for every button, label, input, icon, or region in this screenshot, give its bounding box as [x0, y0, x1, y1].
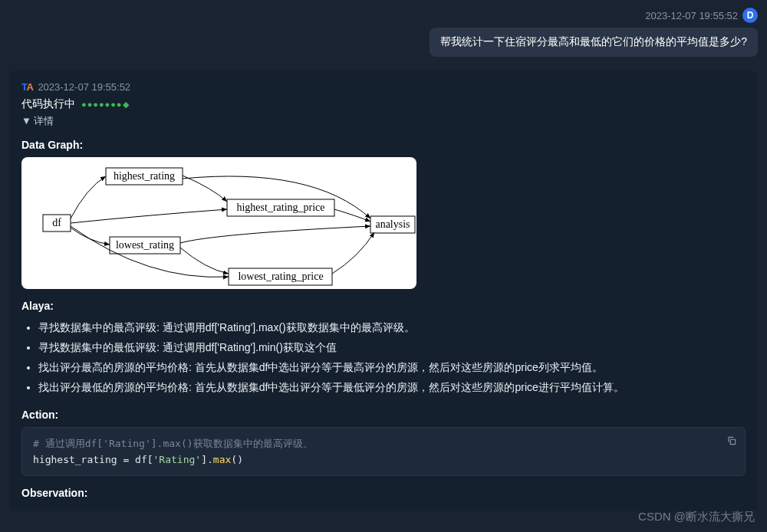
- user-message-area: 2023-12-07 19:55:52 D 帮我统计一下住宿评分最高和最低的它们…: [9, 8, 758, 57]
- copy-icon: [726, 435, 737, 446]
- details-toggle-label: ▼ 详情: [21, 115, 54, 126]
- data-graph: df highest_rating lowest_rating highest_…: [21, 157, 416, 289]
- graph-node-highest-rating: highest_rating: [114, 170, 175, 182]
- svg-rect-6: [730, 439, 735, 444]
- graph-node-df: df: [52, 217, 61, 228]
- code-block: # 通过调用df['Rating'].max()获取数据集中的最高评级。 hig…: [21, 427, 746, 477]
- code-paren: (): [231, 454, 243, 465]
- details-toggle[interactable]: ▼ 详情: [21, 114, 746, 128]
- assistant-logo-icon: TA: [21, 81, 33, 93]
- code-comment: # 通过调用df['Rating'].max()获取数据集中的最高评级。: [33, 438, 313, 449]
- loading-dots-icon: ●●●●●●●◆: [81, 100, 130, 110]
- data-graph-label: Data Graph:: [21, 139, 746, 151]
- code-df: df[: [135, 454, 153, 465]
- user-avatar: D: [742, 8, 758, 23]
- alaya-item: 寻找数据集中的最高评级: 通过调用df['Rating'].max()获取数据集…: [38, 318, 746, 338]
- code-close: ].: [201, 454, 213, 465]
- user-timestamp: 2023-12-07 19:55:52: [645, 10, 738, 21]
- copy-button[interactable]: [726, 434, 737, 452]
- execution-label: 代码执行中: [21, 97, 75, 111]
- code-func: max: [213, 454, 231, 465]
- code-var: highest_rating: [33, 454, 117, 465]
- user-message-bubble: 帮我统计一下住宿评分最高和最低的它们的价格的平均值是多少?: [430, 28, 758, 57]
- graph-node-lowest-rating: lowest_rating: [116, 239, 174, 251]
- observation-label: Observation:: [21, 487, 746, 499]
- alaya-label: Alaya:: [21, 300, 746, 312]
- alaya-item: 找出评分最高的房源的平均价格: 首先从数据集df中选出评分等于最高评分的房源，然…: [38, 358, 746, 378]
- user-timestamp-row: 2023-12-07 19:55:52 D: [9, 8, 758, 23]
- user-message-text: 帮我统计一下住宿评分最高和最低的它们的价格的平均值是多少?: [440, 35, 747, 48]
- assistant-timestamp: 2023-12-07 19:55:52: [38, 81, 130, 93]
- assistant-response-block: TA 2023-12-07 19:55:52 代码执行中 ●●●●●●●◆ ▼ …: [9, 71, 758, 511]
- alaya-item: 找出评分最低的房源的平均价格: 首先从数据集df中选出评分等于最低评分的房源，然…: [38, 378, 746, 398]
- graph-node-analysis: analysis: [375, 218, 410, 230]
- execution-status: 代码执行中 ●●●●●●●◆: [21, 97, 746, 111]
- code-op: =: [117, 454, 135, 465]
- alaya-list: 寻找数据集中的最高评级: 通过调用df['Rating'].max()获取数据集…: [21, 318, 746, 398]
- code-string: 'Rating': [153, 454, 202, 465]
- graph-node-lowest-rating-price: lowest_rating_price: [238, 271, 323, 282]
- alaya-item: 寻找数据集中的最低评级: 通过调用df['Rating'].min()获取这个值: [38, 338, 746, 358]
- assistant-header: TA 2023-12-07 19:55:52: [21, 81, 746, 93]
- action-label: Action:: [21, 409, 746, 421]
- graph-node-highest-rating-price: highest_rating_price: [236, 202, 324, 213]
